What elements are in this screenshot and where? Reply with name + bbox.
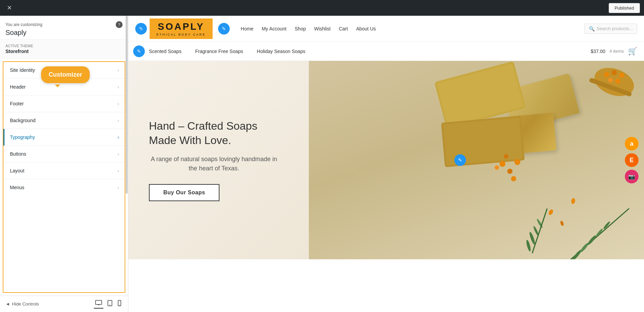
chevron-icon: › — [117, 134, 119, 140]
svg-point-4 — [110, 305, 110, 306]
cart-section: $37.00 4 items 🛒 — [591, 47, 637, 56]
svg-point-27 — [608, 78, 613, 82]
hide-controls-arrow-icon: ◄ — [5, 301, 10, 307]
nav-edit-button[interactable]: ✎ — [218, 23, 230, 35]
mobile-view-button[interactable] — [116, 299, 123, 309]
svg-point-19 — [495, 165, 499, 170]
svg-point-31 — [579, 242, 589, 253]
logo-section: ✎ SOAPLY ETHICAL BODY CARE ✎ — [135, 18, 230, 39]
svg-line-15 — [532, 208, 547, 253]
nav-about-us[interactable]: About Us — [356, 26, 376, 31]
preview-area: ✎ SOAPLY ETHICAL BODY CARE ✎ Home My Acc… — [128, 16, 644, 312]
svg-rect-0 — [96, 300, 102, 304]
pencil-icon: ✎ — [137, 49, 141, 54]
nav-my-account[interactable]: My Account — [262, 26, 286, 31]
logo-text: SOAPLY — [158, 21, 205, 32]
pencil-icon: ✎ — [458, 157, 462, 163]
sidebar-item-typography[interactable]: Typography › — [3, 129, 125, 146]
chevron-icon: › — [117, 101, 119, 106]
svg-point-16 — [500, 161, 505, 167]
close-button[interactable]: ✕ — [4, 3, 15, 13]
sub-nav-fragrance-free[interactable]: Fragrance Free Soaps — [195, 49, 243, 54]
nav-home[interactable]: Home — [241, 26, 253, 31]
hero-edit-button[interactable]: ✎ — [454, 154, 466, 166]
svg-point-21 — [504, 154, 508, 159]
svg-point-24 — [604, 72, 609, 77]
instagram-social-button[interactable]: 📷 — [625, 170, 639, 183]
chevron-icon: › — [117, 67, 119, 73]
sub-nav-edit-button[interactable]: ✎ — [133, 46, 145, 57]
nav-wishlist[interactable]: Wishlist — [314, 26, 330, 31]
svg-point-37 — [571, 198, 576, 204]
sidebar-item-layout[interactable]: Layout › — [3, 162, 125, 179]
active-theme-name: Storefront — [5, 49, 123, 54]
nav-shop[interactable]: Shop — [295, 26, 306, 31]
etsy-icon: E — [630, 157, 634, 164]
svg-point-25 — [611, 70, 617, 75]
main-layout: You are customizing ? Soaply Active them… — [0, 16, 644, 312]
chevron-icon: › — [117, 84, 119, 90]
hero-content: Hand – Crafted Soaps Made With Love. A r… — [128, 99, 300, 221]
sidebar-footer: ◄ Hide Controls — [0, 296, 128, 312]
search-icon: 🔍 — [589, 26, 595, 31]
desktop-view-button[interactable] — [94, 299, 103, 309]
svg-point-26 — [619, 73, 624, 78]
logo-subtitle: ETHICAL BODY CARE — [156, 33, 206, 36]
hero-background — [309, 61, 644, 259]
tablet-view-button[interactable] — [106, 299, 114, 309]
chevron-icon: › — [117, 185, 119, 190]
svg-point-6 — [119, 305, 120, 306]
top-bar: ✕ Published — [0, 0, 644, 16]
logo-edit-button[interactable]: ✎ — [135, 23, 147, 35]
sidebar-item-menus[interactable]: Menus › — [3, 179, 125, 196]
you-are-customizing-label: You are customizing ? — [5, 21, 123, 28]
sidebar-item-footer[interactable]: Footer › — [3, 95, 125, 112]
sidebar-item-buttons[interactable]: Buttons › — [3, 146, 125, 162]
svg-point-11 — [529, 232, 536, 245]
hero-subtitle: A range of natural soaps lovingly handma… — [149, 155, 279, 173]
amazon-icon: a — [630, 140, 633, 147]
preview-topbar: ✎ SOAPLY ETHICAL BODY CARE ✎ Home My Acc… — [128, 16, 644, 42]
published-button[interactable]: Published — [609, 3, 640, 13]
logo-box: SOAPLY ETHICAL BODY CARE — [150, 18, 213, 39]
sub-nav: Scented Soaps Fragrance Free Soaps Holid… — [149, 49, 305, 54]
buy-our-soaps-button[interactable]: Buy Our Soaps — [149, 184, 219, 201]
chevron-icon: › — [117, 151, 119, 157]
svg-point-18 — [514, 159, 520, 165]
svg-point-35 — [548, 209, 554, 216]
hide-controls-button[interactable]: ◄ Hide Controls — [5, 301, 39, 307]
instagram-icon: 📷 — [628, 173, 635, 180]
site-name-label: Soaply — [5, 29, 123, 37]
sidebar-scrollbar[interactable] — [125, 16, 128, 312]
sub-nav-scented-soaps[interactable]: Scented Soaps — [149, 49, 181, 54]
search-placeholder: Search products... — [597, 26, 633, 31]
sub-nav-holiday-season[interactable]: Holiday Season Soaps — [257, 49, 305, 54]
hero-section: Hand – Crafted Soaps Made With Love. A r… — [128, 61, 644, 259]
chevron-icon: › — [117, 168, 119, 173]
amazon-social-button[interactable]: a — [625, 137, 639, 151]
main-nav: Home My Account Shop Wishlist Cart About… — [241, 26, 376, 31]
search-box[interactable]: 🔍 Search products... — [584, 24, 637, 34]
sidebar: You are customizing ? Soaply Active them… — [0, 16, 128, 312]
etsy-social-button[interactable]: E — [625, 153, 639, 167]
soap-visual — [309, 61, 644, 259]
social-sidebar: a E 📷 — [625, 137, 639, 183]
help-icon[interactable]: ? — [116, 21, 123, 28]
cart-price: $37.00 — [591, 49, 605, 54]
pencil-icon: ✎ — [222, 26, 226, 31]
cart-icon[interactable]: 🛒 — [628, 47, 637, 56]
customizer-tooltip: Customizer — [41, 66, 90, 83]
svg-point-28 — [615, 79, 620, 84]
svg-point-32 — [587, 235, 597, 246]
active-theme-section: Active theme Storefront — [0, 40, 128, 58]
nav-cart[interactable]: Cart — [339, 26, 348, 31]
hero-title: Hand – Crafted Soaps Made With Love. — [149, 119, 279, 147]
active-theme-label: Active theme — [5, 44, 123, 48]
svg-point-20 — [511, 176, 516, 181]
view-buttons — [94, 299, 123, 309]
cart-items-count: 4 items — [609, 49, 624, 54]
website-preview: ✎ SOAPLY ETHICAL BODY CARE ✎ Home My Acc… — [128, 16, 644, 312]
svg-point-14 — [526, 239, 531, 252]
sidebar-item-background[interactable]: Background › — [3, 112, 125, 129]
svg-point-17 — [507, 169, 513, 174]
